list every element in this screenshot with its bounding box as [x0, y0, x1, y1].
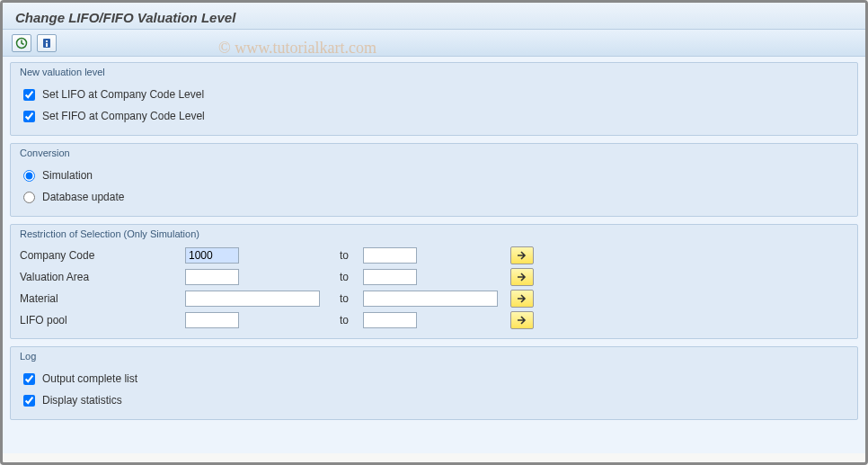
arrow-right-icon [516, 272, 528, 282]
info-icon [40, 37, 53, 49]
group-conversion: Conversion Simulation Database update [10, 143, 858, 217]
checkbox-set-lifo-input[interactable] [23, 89, 35, 101]
label-company-code: Company Code [20, 249, 182, 262]
radio-database-update[interactable]: Database update [20, 191, 124, 203]
multiselect-lifo-pool[interactable] [510, 311, 534, 329]
to-label: to [332, 271, 359, 283]
group-title-new-valuation: New valuation level [20, 63, 848, 83]
input-lifo-pool-from[interactable] [185, 312, 239, 328]
checkbox-set-lifo[interactable]: Set LIFO at Company Code Level [20, 88, 204, 101]
radio-database-update-input[interactable] [23, 192, 35, 203]
row-valuation-area: Valuation Area to [20, 266, 848, 288]
svg-rect-3 [46, 43, 48, 47]
checkbox-set-fifo-label: Set FIFO at Company Code Level [42, 110, 205, 122]
input-material-to[interactable] [363, 291, 498, 307]
svg-rect-2 [46, 40, 48, 42]
checkbox-set-fifo[interactable]: Set FIFO at Company Code Level [20, 110, 205, 122]
row-company-code: Company Code to [20, 245, 848, 266]
content-area: New valuation level Set LIFO at Company … [3, 57, 865, 453]
input-material-from[interactable] [185, 291, 320, 307]
checkbox-set-fifo-input[interactable] [23, 111, 35, 122]
input-valuation-area-from[interactable] [185, 269, 239, 285]
to-label: to [332, 292, 359, 305]
group-restriction: Restriction of Selection (Only Simulatio… [10, 224, 858, 339]
input-lifo-pool-to[interactable] [363, 312, 417, 328]
multiselect-material[interactable] [510, 290, 534, 308]
radio-database-update-label: Database update [42, 191, 124, 203]
row-lifo-pool: LIFO pool to [20, 309, 848, 331]
label-valuation-area: Valuation Area [20, 271, 182, 283]
group-new-valuation: New valuation level Set LIFO at Company … [10, 62, 858, 136]
checkbox-display-stats[interactable]: Display statistics [20, 394, 122, 407]
label-lifo-pool: LIFO pool [20, 314, 182, 326]
multiselect-company-code[interactable] [510, 246, 534, 264]
radio-simulation[interactable]: Simulation [20, 169, 93, 182]
app-toolbar [3, 30, 865, 57]
radio-simulation-label: Simulation [42, 169, 93, 182]
row-material: Material to [20, 288, 848, 309]
label-material: Material [20, 292, 182, 305]
execute-button[interactable] [12, 34, 31, 52]
to-label: to [332, 249, 359, 262]
info-button[interactable] [37, 34, 57, 52]
arrow-right-icon [516, 315, 528, 326]
checkbox-display-stats-label: Display statistics [42, 394, 122, 407]
input-company-code-to[interactable] [363, 247, 417, 264]
checkbox-output-complete-input[interactable] [23, 373, 35, 385]
checkbox-output-complete[interactable]: Output complete list [20, 372, 137, 385]
checkbox-display-stats-input[interactable] [23, 395, 35, 407]
input-company-code-from[interactable] [185, 247, 239, 264]
input-valuation-area-to[interactable] [363, 269, 417, 285]
group-title-restriction: Restriction of Selection (Only Simulatio… [20, 225, 848, 245]
group-title-conversion: Conversion [20, 144, 848, 164]
multiselect-valuation-area[interactable] [510, 268, 534, 286]
checkbox-output-complete-label: Output complete list [42, 372, 137, 385]
arrow-right-icon [516, 293, 528, 304]
clock-execute-icon [15, 37, 28, 49]
radio-simulation-input[interactable] [23, 170, 35, 182]
to-label: to [332, 314, 359, 326]
page-title: Change LIFO/FIFO Valuation Level [3, 3, 865, 30]
arrow-right-icon [516, 250, 528, 261]
group-log: Log Output complete list Display statist… [10, 346, 858, 420]
group-title-log: Log [20, 347, 848, 367]
checkbox-set-lifo-label: Set LIFO at Company Code Level [42, 88, 204, 101]
